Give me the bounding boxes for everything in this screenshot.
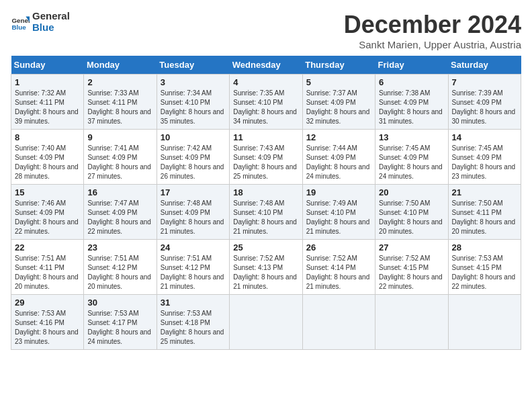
day-info: Sunrise: 7:32 AM Sunset: 4:11 PM Dayligh… [15, 89, 80, 126]
day-info: Sunrise: 7:37 AM Sunset: 4:09 PM Dayligh… [306, 89, 371, 126]
svg-text:Blue: Blue [11, 24, 26, 31]
day-cell: 13 Sunrise: 7:45 AM Sunset: 4:09 PM Dayl… [375, 130, 448, 185]
header-day-thursday: Thursday [302, 56, 375, 75]
week-row-1: 1 Sunrise: 7:32 AM Sunset: 4:11 PM Dayli… [11, 75, 521, 130]
day-number: 21 [452, 187, 517, 197]
day-number: 19 [306, 187, 371, 197]
header-day-saturday: Saturday [448, 56, 521, 75]
logo-line2: Blue [32, 22, 70, 34]
day-number: 8 [15, 132, 80, 142]
day-number: 23 [87, 242, 152, 253]
day-number: 1 [15, 77, 80, 87]
day-number: 27 [379, 242, 444, 253]
day-info: Sunrise: 7:49 AM Sunset: 4:10 PM Dayligh… [306, 199, 371, 236]
day-number: 28 [452, 242, 517, 253]
day-cell: 27 Sunrise: 7:52 AM Sunset: 4:15 PM Dayl… [375, 240, 448, 295]
day-info: Sunrise: 7:48 AM Sunset: 4:10 PM Dayligh… [233, 199, 298, 236]
day-cell: 23 Sunrise: 7:51 AM Sunset: 4:12 PM Dayl… [84, 240, 157, 295]
header-day-friday: Friday [375, 56, 448, 75]
day-cell: 10 Sunrise: 7:42 AM Sunset: 4:09 PM Dayl… [157, 130, 229, 185]
day-cell: 16 Sunrise: 7:47 AM Sunset: 4:09 PM Dayl… [84, 185, 157, 240]
day-number: 25 [233, 242, 298, 253]
day-info: Sunrise: 7:53 AM Sunset: 4:18 PM Dayligh… [161, 309, 226, 347]
day-cell: 17 Sunrise: 7:48 AM Sunset: 4:09 PM Dayl… [157, 185, 229, 240]
day-info: Sunrise: 7:42 AM Sunset: 4:09 PM Dayligh… [161, 144, 226, 181]
page-header: General Blue General Blue December 2024 … [11, 11, 521, 50]
day-cell: 1 Sunrise: 7:32 AM Sunset: 4:11 PM Dayli… [11, 75, 84, 130]
day-number: 10 [161, 132, 226, 142]
day-cell: 28 Sunrise: 7:53 AM Sunset: 4:15 PM Dayl… [448, 240, 521, 295]
day-cell: 12 Sunrise: 7:44 AM Sunset: 4:09 PM Dayl… [302, 130, 375, 185]
day-info: Sunrise: 7:34 AM Sunset: 4:10 PM Dayligh… [161, 89, 226, 126]
day-cell: 11 Sunrise: 7:43 AM Sunset: 4:09 PM Dayl… [230, 130, 302, 185]
day-info: Sunrise: 7:48 AM Sunset: 4:09 PM Dayligh… [161, 199, 226, 236]
title-area: December 2024 Sankt Marien, Upper Austri… [344, 11, 521, 50]
day-cell: 8 Sunrise: 7:40 AM Sunset: 4:09 PM Dayli… [11, 130, 84, 185]
calendar-header: SundayMondayTuesdayWednesdayThursdayFrid… [11, 56, 521, 75]
day-number: 12 [306, 132, 371, 142]
day-cell: 15 Sunrise: 7:46 AM Sunset: 4:09 PM Dayl… [11, 185, 84, 240]
day-info: Sunrise: 7:46 AM Sunset: 4:09 PM Dayligh… [15, 199, 80, 236]
day-number: 13 [379, 132, 444, 142]
day-cell: 4 Sunrise: 7:35 AM Sunset: 4:10 PM Dayli… [230, 75, 302, 130]
day-info: Sunrise: 7:51 AM Sunset: 4:12 PM Dayligh… [87, 254, 152, 291]
day-cell [230, 295, 302, 350]
day-number: 2 [87, 77, 152, 87]
day-info: Sunrise: 7:41 AM Sunset: 4:09 PM Dayligh… [87, 144, 152, 181]
day-cell: 9 Sunrise: 7:41 AM Sunset: 4:09 PM Dayli… [84, 130, 157, 185]
day-cell: 18 Sunrise: 7:48 AM Sunset: 4:10 PM Dayl… [230, 185, 302, 240]
day-info: Sunrise: 7:52 AM Sunset: 4:14 PM Dayligh… [306, 254, 371, 291]
day-info: Sunrise: 7:38 AM Sunset: 4:09 PM Dayligh… [379, 89, 444, 126]
day-info: Sunrise: 7:51 AM Sunset: 4:12 PM Dayligh… [161, 254, 226, 291]
day-number: 31 [161, 298, 226, 308]
day-number: 26 [306, 242, 371, 253]
day-info: Sunrise: 7:44 AM Sunset: 4:09 PM Dayligh… [306, 144, 371, 181]
day-info: Sunrise: 7:45 AM Sunset: 4:09 PM Dayligh… [379, 144, 444, 181]
day-cell [448, 295, 521, 350]
day-cell: 31 Sunrise: 7:53 AM Sunset: 4:18 PM Dayl… [157, 295, 229, 350]
calendar-body: 1 Sunrise: 7:32 AM Sunset: 4:11 PM Dayli… [11, 75, 521, 350]
day-info: Sunrise: 7:47 AM Sunset: 4:09 PM Dayligh… [87, 199, 152, 236]
day-info: Sunrise: 7:39 AM Sunset: 4:09 PM Dayligh… [452, 89, 517, 126]
day-number: 16 [87, 187, 152, 197]
day-number: 5 [306, 77, 371, 87]
calendar-table: SundayMondayTuesdayWednesdayThursdayFrid… [11, 56, 521, 350]
day-cell: 26 Sunrise: 7:52 AM Sunset: 4:14 PM Dayl… [302, 240, 375, 295]
day-info: Sunrise: 7:50 AM Sunset: 4:10 PM Dayligh… [379, 199, 444, 236]
day-cell: 30 Sunrise: 7:53 AM Sunset: 4:17 PM Dayl… [84, 295, 157, 350]
day-number: 29 [15, 298, 80, 308]
day-cell: 14 Sunrise: 7:45 AM Sunset: 4:09 PM Dayl… [448, 130, 521, 185]
day-number: 6 [379, 77, 444, 87]
week-row-4: 22 Sunrise: 7:51 AM Sunset: 4:11 PM Dayl… [11, 240, 521, 295]
day-cell [302, 295, 375, 350]
day-cell: 24 Sunrise: 7:51 AM Sunset: 4:12 PM Dayl… [157, 240, 229, 295]
day-number: 3 [161, 77, 226, 87]
logo-line1: General [32, 11, 70, 22]
day-info: Sunrise: 7:53 AM Sunset: 4:16 PM Dayligh… [15, 309, 80, 347]
day-info: Sunrise: 7:33 AM Sunset: 4:11 PM Dayligh… [87, 89, 152, 126]
day-cell: 22 Sunrise: 7:51 AM Sunset: 4:11 PM Dayl… [11, 240, 84, 295]
day-cell: 5 Sunrise: 7:37 AM Sunset: 4:09 PM Dayli… [302, 75, 375, 130]
week-row-3: 15 Sunrise: 7:46 AM Sunset: 4:09 PM Dayl… [11, 185, 521, 240]
logo-icon: General Blue [11, 13, 30, 32]
day-info: Sunrise: 7:40 AM Sunset: 4:09 PM Dayligh… [15, 144, 80, 181]
header-day-monday: Monday [84, 56, 157, 75]
calendar-title: December 2024 [344, 11, 521, 39]
header-day-wednesday: Wednesday [230, 56, 302, 75]
day-number: 20 [379, 187, 444, 197]
day-number: 11 [233, 132, 298, 142]
day-cell: 2 Sunrise: 7:33 AM Sunset: 4:11 PM Dayli… [84, 75, 157, 130]
day-number: 18 [233, 187, 298, 197]
day-info: Sunrise: 7:50 AM Sunset: 4:11 PM Dayligh… [452, 199, 517, 236]
day-info: Sunrise: 7:35 AM Sunset: 4:10 PM Dayligh… [233, 89, 298, 126]
day-cell: 6 Sunrise: 7:38 AM Sunset: 4:09 PM Dayli… [375, 75, 448, 130]
day-cell: 19 Sunrise: 7:49 AM Sunset: 4:10 PM Dayl… [302, 185, 375, 240]
day-info: Sunrise: 7:45 AM Sunset: 4:09 PM Dayligh… [452, 144, 517, 181]
day-number: 22 [15, 242, 80, 253]
day-cell: 7 Sunrise: 7:39 AM Sunset: 4:09 PM Dayli… [448, 75, 521, 130]
day-info: Sunrise: 7:52 AM Sunset: 4:13 PM Dayligh… [233, 254, 298, 291]
day-info: Sunrise: 7:53 AM Sunset: 4:17 PM Dayligh… [87, 309, 152, 347]
day-number: 9 [87, 132, 152, 142]
day-info: Sunrise: 7:51 AM Sunset: 4:11 PM Dayligh… [15, 254, 80, 291]
calendar-subtitle: Sankt Marien, Upper Austria, Austria [344, 39, 521, 50]
